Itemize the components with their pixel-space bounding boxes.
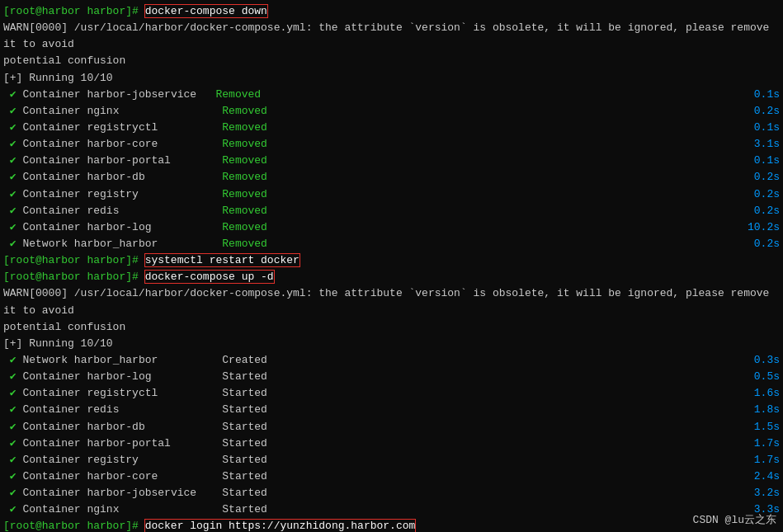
terminal-line: ✔ Container registry Removed0.2s	[3, 186, 780, 203]
terminal-line: ✔ Container harbor-core Started2.4s	[3, 468, 780, 485]
terminal-line: ✔ Container harbor-log Removed10.2s	[3, 219, 780, 236]
watermark: CSDN @lu云之东	[693, 512, 776, 527]
terminal-line: [root@harbor harbor]# docker-compose dow…	[3, 3, 780, 20]
terminal-line: ✔ Container redis Removed0.2s	[3, 203, 780, 219]
terminal-line: ✔ Container redis Started1.8s	[3, 402, 780, 418]
terminal-line: ✔ Container harbor-log Started0.5s	[3, 369, 780, 385]
terminal-line: ✔ Container harbor-jobservice Started3.2…	[3, 485, 780, 501]
terminal-line: [root@harbor harbor]# systemctl restart …	[3, 252, 780, 269]
terminal-line: ✔ Container registryctl Started1.6s	[3, 385, 780, 402]
terminal-line: ✔ Container harbor-core Removed3.1s	[3, 136, 780, 153]
terminal-line: ✔ Container harbor-portal Removed0.1s	[3, 153, 780, 169]
terminal-line: [+] Running 10/10	[3, 336, 780, 352]
terminal-line: potential confusion	[3, 319, 780, 336]
terminal-line: WARN[0000] /usr/local/harbor/docker-comp…	[3, 285, 780, 318]
terminal-line: potential confusion	[3, 53, 780, 69]
terminal-line: WARN[0000] /usr/local/harbor/docker-comp…	[3, 20, 780, 53]
terminal-line: ✔ Network harbor_harbor Removed0.2s	[3, 236, 780, 252]
terminal-line: [root@harbor harbor]# docker-compose up …	[3, 269, 780, 285]
terminal-line: ✔ Container registry Started1.7s	[3, 452, 780, 468]
terminal-line: [+] Running 10/10	[3, 70, 780, 87]
terminal-line: ✔ Container harbor-db Removed0.2s	[3, 169, 780, 186]
terminal-line: ✔ Container harbor-db Started1.5s	[3, 419, 780, 435]
terminal-line: ✔ Container nginx Removed0.2s	[3, 103, 780, 120]
terminal-line: ✔ Container harbor-portal Started1.7s	[3, 435, 780, 452]
terminal-line: ✔ Network harbor_harbor Created0.3s	[3, 352, 780, 369]
terminal-line: ✔ Container harbor-jobservice Removed0.1…	[3, 87, 780, 103]
terminal-line: ✔ Container nginx Started3.3s	[3, 501, 780, 518]
terminal: [root@harbor harbor]# docker-compose dow…	[0, 0, 783, 532]
terminal-line: [root@harbor harbor]# docker login https…	[3, 518, 780, 532]
terminal-line: ✔ Container registryctl Removed0.1s	[3, 120, 780, 136]
